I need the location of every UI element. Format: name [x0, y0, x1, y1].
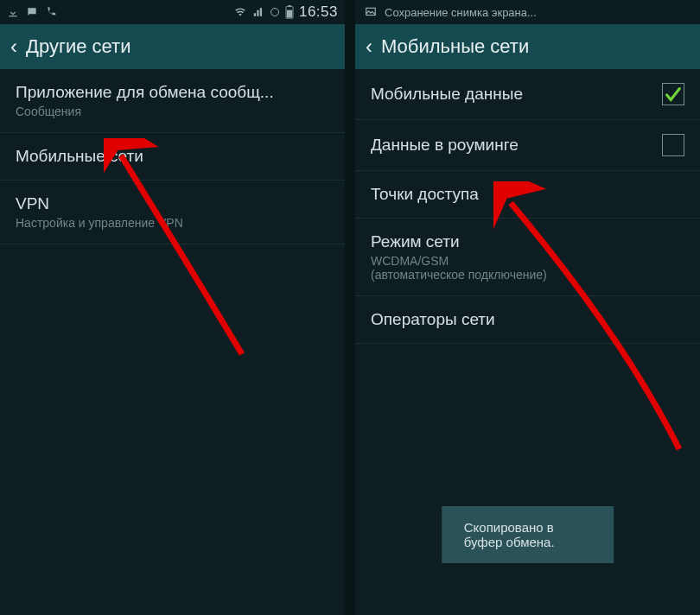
image-icon [364, 6, 378, 18]
toast-clipboard: Скопировано в буфер обмена. [442, 506, 614, 563]
row-title: Точки доступа [371, 185, 479, 204]
status-bar: 16:53 [0, 0, 345, 24]
row-title: Режим сети [371, 232, 547, 251]
row-subtitle: WCDMA/GSM (автоматическое подключение) [371, 254, 547, 282]
wifi-icon [233, 6, 247, 18]
svg-rect-0 [9, 16, 16, 16]
phone-left: 16:53 ‹ Другие сети Приложение для обмен… [0, 0, 345, 615]
clock: 16:53 [299, 3, 338, 21]
checkbox-mobile-data[interactable] [662, 83, 684, 105]
row-subtitle: Сообщения [16, 105, 274, 118]
row-mobile-data[interactable]: Мобильные данные [355, 69, 700, 120]
row-access-points[interactable]: Точки доступа [355, 171, 700, 219]
row-operators[interactable]: Операторы сети [355, 296, 700, 344]
back-icon[interactable]: ‹ [366, 35, 372, 59]
settings-list: Приложение для обмена сообщ... Сообщения… [0, 69, 345, 615]
checkbox-roaming[interactable] [662, 134, 684, 156]
row-network-mode[interactable]: Режим сети WCDMA/GSM (автоматическое под… [355, 219, 700, 296]
notification-text: Сохранение снимка экрана... [385, 6, 537, 19]
row-roaming-data[interactable]: Данные в роуминге [355, 120, 700, 171]
row-title: Приложение для обмена сообщ... [16, 83, 274, 102]
signal-icon [252, 6, 264, 18]
battery-icon [285, 5, 294, 19]
header-title: Мобильные сети [381, 35, 529, 58]
header[interactable]: ‹ Мобильные сети [355, 24, 700, 69]
toast-text: Скопировано в буфер обмена. [464, 520, 555, 549]
phone-icon [45, 6, 57, 18]
svg-point-1 [270, 9, 278, 16]
row-title: Данные в роуминге [371, 136, 519, 155]
notification-strip: Сохранение снимка экрана... [355, 0, 700, 24]
row-title: Мобильные данные [371, 85, 523, 104]
row-mobile-networks[interactable]: Мобильные сети [0, 133, 345, 181]
row-messaging-app[interactable]: Приложение для обмена сообщ... Сообщения [0, 69, 345, 133]
phone-right: Сохранение снимка экрана... ‹ Мобильные … [355, 0, 700, 615]
chat-icon [26, 6, 38, 18]
settings-list: Мобильные данные Данные в роуминге Точки… [355, 69, 700, 615]
header[interactable]: ‹ Другие сети [0, 24, 345, 69]
header-title: Другие сети [26, 35, 130, 58]
row-title: Операторы сети [371, 310, 495, 329]
back-icon[interactable]: ‹ [10, 35, 17, 59]
row-subtitle: Настройка и управление VPN [16, 216, 183, 230]
network-icon [270, 6, 280, 18]
row-title: VPN [16, 194, 183, 213]
row-title: Мобильные сети [16, 147, 143, 166]
svg-rect-4 [287, 10, 292, 18]
row-vpn[interactable]: VPN Настройка и управление VPN [0, 181, 345, 244]
download-icon [7, 6, 19, 18]
svg-rect-3 [288, 5, 290, 7]
